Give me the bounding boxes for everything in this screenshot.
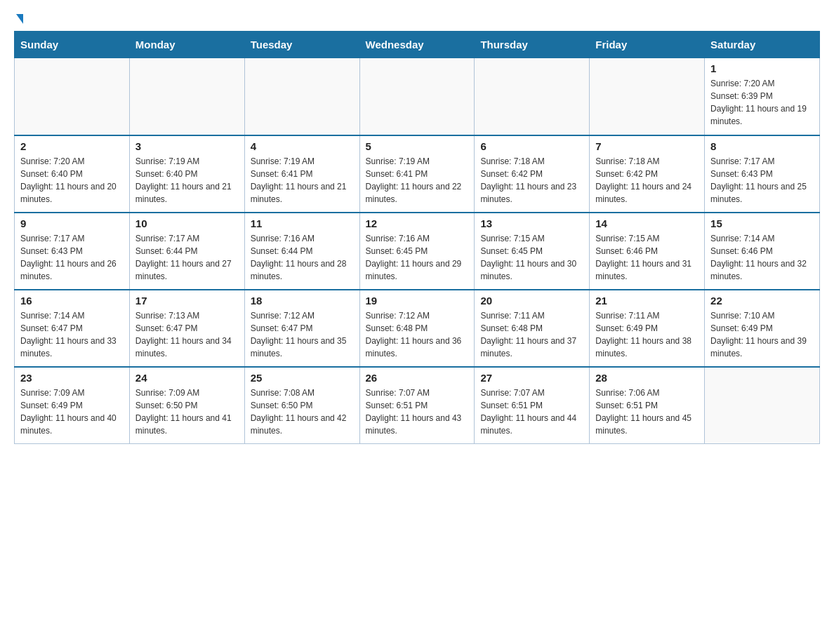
- day-of-week-header: Saturday: [705, 32, 820, 58]
- day-of-week-header: Thursday: [475, 32, 590, 58]
- day-number: 1: [710, 62, 814, 74]
- day-number: 27: [480, 372, 583, 384]
- calendar-day-cell: 4Sunrise: 7:19 AM Sunset: 6:41 PM Daylig…: [244, 135, 359, 213]
- calendar-week-row: 2Sunrise: 7:20 AM Sunset: 6:40 PM Daylig…: [15, 135, 820, 213]
- day-number: 10: [135, 217, 239, 229]
- calendar-day-cell: 17Sunrise: 7:13 AM Sunset: 6:47 PM Dayli…: [129, 290, 244, 367]
- calendar-day-cell: 11Sunrise: 7:16 AM Sunset: 6:44 PM Dayli…: [244, 213, 359, 290]
- day-info: Sunrise: 7:19 AM Sunset: 6:41 PM Dayligh…: [251, 155, 354, 206]
- day-number: 6: [480, 140, 583, 152]
- calendar-day-cell: 25Sunrise: 7:08 AM Sunset: 6:50 PM Dayli…: [244, 367, 359, 444]
- calendar-day-cell: 19Sunrise: 7:12 AM Sunset: 6:48 PM Dayli…: [359, 290, 475, 367]
- calendar-day-cell: 12Sunrise: 7:16 AM Sunset: 6:45 PM Dayli…: [359, 213, 475, 290]
- calendar-day-cell: 14Sunrise: 7:15 AM Sunset: 6:46 PM Dayli…: [590, 213, 705, 290]
- day-of-week-header: Monday: [129, 32, 244, 58]
- day-number: 3: [135, 140, 239, 152]
- calendar-day-cell: 18Sunrise: 7:12 AM Sunset: 6:47 PM Dayli…: [244, 290, 359, 367]
- day-number: 4: [251, 140, 354, 152]
- day-info: Sunrise: 7:18 AM Sunset: 6:42 PM Dayligh…: [595, 155, 699, 206]
- day-number: 8: [710, 140, 814, 152]
- day-number: 11: [251, 217, 354, 229]
- calendar-day-cell: 16Sunrise: 7:14 AM Sunset: 6:47 PM Dayli…: [15, 290, 130, 367]
- day-number: 20: [480, 295, 583, 307]
- day-info: Sunrise: 7:15 AM Sunset: 6:45 PM Dayligh…: [480, 232, 583, 283]
- calendar-day-cell: 6Sunrise: 7:18 AM Sunset: 6:42 PM Daylig…: [475, 135, 590, 213]
- calendar-day-cell: 1Sunrise: 7:20 AM Sunset: 6:39 PM Daylig…: [705, 58, 820, 135]
- day-number: 17: [135, 295, 239, 307]
- day-info: Sunrise: 7:16 AM Sunset: 6:45 PM Dayligh…: [366, 232, 469, 283]
- day-info: Sunrise: 7:15 AM Sunset: 6:46 PM Dayligh…: [595, 232, 699, 283]
- logo: [14, 14, 23, 24]
- day-info: Sunrise: 7:14 AM Sunset: 6:46 PM Dayligh…: [710, 232, 814, 283]
- calendar-header-row: SundayMondayTuesdayWednesdayThursdayFrid…: [15, 32, 820, 58]
- page-header: [14, 14, 820, 24]
- day-info: Sunrise: 7:20 AM Sunset: 6:39 PM Dayligh…: [710, 77, 814, 128]
- calendar-day-cell: 13Sunrise: 7:15 AM Sunset: 6:45 PM Dayli…: [475, 213, 590, 290]
- day-info: Sunrise: 7:14 AM Sunset: 6:47 PM Dayligh…: [20, 309, 124, 360]
- calendar-day-cell: [359, 58, 475, 135]
- day-info: Sunrise: 7:08 AM Sunset: 6:50 PM Dayligh…: [251, 387, 354, 437]
- calendar-week-row: 23Sunrise: 7:09 AM Sunset: 6:49 PM Dayli…: [15, 367, 820, 444]
- day-number: 16: [20, 295, 124, 307]
- calendar-day-cell: [475, 58, 590, 135]
- day-number: 24: [135, 372, 239, 384]
- day-info: Sunrise: 7:16 AM Sunset: 6:44 PM Dayligh…: [251, 232, 354, 283]
- day-of-week-header: Wednesday: [359, 32, 475, 58]
- day-of-week-header: Tuesday: [244, 32, 359, 58]
- day-number: 23: [20, 372, 124, 384]
- day-info: Sunrise: 7:09 AM Sunset: 6:50 PM Dayligh…: [135, 387, 239, 437]
- day-info: Sunrise: 7:06 AM Sunset: 6:51 PM Dayligh…: [595, 387, 699, 437]
- day-number: 5: [366, 140, 469, 152]
- calendar-week-row: 16Sunrise: 7:14 AM Sunset: 6:47 PM Dayli…: [15, 290, 820, 367]
- day-info: Sunrise: 7:07 AM Sunset: 6:51 PM Dayligh…: [480, 387, 583, 437]
- day-number: 14: [595, 217, 699, 229]
- day-number: 25: [251, 372, 354, 384]
- calendar-table: SundayMondayTuesdayWednesdayThursdayFrid…: [14, 31, 820, 444]
- calendar-day-cell: [590, 58, 705, 135]
- day-of-week-header: Sunday: [15, 32, 130, 58]
- day-number: 18: [251, 295, 354, 307]
- logo-arrow-icon: [16, 14, 23, 24]
- calendar-day-cell: 7Sunrise: 7:18 AM Sunset: 6:42 PM Daylig…: [590, 135, 705, 213]
- day-info: Sunrise: 7:18 AM Sunset: 6:42 PM Dayligh…: [480, 155, 583, 206]
- calendar-day-cell: 27Sunrise: 7:07 AM Sunset: 6:51 PM Dayli…: [475, 367, 590, 444]
- day-info: Sunrise: 7:12 AM Sunset: 6:47 PM Dayligh…: [251, 309, 354, 360]
- day-info: Sunrise: 7:07 AM Sunset: 6:51 PM Dayligh…: [366, 387, 469, 437]
- calendar-day-cell: 23Sunrise: 7:09 AM Sunset: 6:49 PM Dayli…: [15, 367, 130, 444]
- day-number: 12: [366, 217, 469, 229]
- day-number: 28: [595, 372, 699, 384]
- calendar-day-cell: [705, 367, 820, 444]
- calendar-day-cell: 9Sunrise: 7:17 AM Sunset: 6:43 PM Daylig…: [15, 213, 130, 290]
- day-number: 9: [20, 217, 124, 229]
- calendar-day-cell: [15, 58, 130, 135]
- day-info: Sunrise: 7:17 AM Sunset: 6:44 PM Dayligh…: [135, 232, 239, 283]
- day-info: Sunrise: 7:11 AM Sunset: 6:49 PM Dayligh…: [595, 309, 699, 360]
- calendar-week-row: 1Sunrise: 7:20 AM Sunset: 6:39 PM Daylig…: [15, 58, 820, 135]
- day-number: 22: [710, 295, 814, 307]
- day-number: 2: [20, 140, 124, 152]
- calendar-day-cell: 22Sunrise: 7:10 AM Sunset: 6:49 PM Dayli…: [705, 290, 820, 367]
- calendar-week-row: 9Sunrise: 7:17 AM Sunset: 6:43 PM Daylig…: [15, 213, 820, 290]
- day-number: 13: [480, 217, 583, 229]
- calendar-day-cell: 5Sunrise: 7:19 AM Sunset: 6:41 PM Daylig…: [359, 135, 475, 213]
- day-info: Sunrise: 7:17 AM Sunset: 6:43 PM Dayligh…: [710, 155, 814, 206]
- calendar-day-cell: 3Sunrise: 7:19 AM Sunset: 6:40 PM Daylig…: [129, 135, 244, 213]
- day-number: 7: [595, 140, 699, 152]
- calendar-day-cell: [129, 58, 244, 135]
- day-info: Sunrise: 7:19 AM Sunset: 6:40 PM Dayligh…: [135, 155, 239, 206]
- day-info: Sunrise: 7:13 AM Sunset: 6:47 PM Dayligh…: [135, 309, 239, 360]
- calendar-day-cell: 20Sunrise: 7:11 AM Sunset: 6:48 PM Dayli…: [475, 290, 590, 367]
- calendar-day-cell: 28Sunrise: 7:06 AM Sunset: 6:51 PM Dayli…: [590, 367, 705, 444]
- calendar-day-cell: 15Sunrise: 7:14 AM Sunset: 6:46 PM Dayli…: [705, 213, 820, 290]
- day-number: 19: [366, 295, 469, 307]
- day-info: Sunrise: 7:20 AM Sunset: 6:40 PM Dayligh…: [20, 155, 124, 206]
- calendar-day-cell: 8Sunrise: 7:17 AM Sunset: 6:43 PM Daylig…: [705, 135, 820, 213]
- day-number: 15: [710, 217, 814, 229]
- day-info: Sunrise: 7:19 AM Sunset: 6:41 PM Dayligh…: [366, 155, 469, 206]
- day-info: Sunrise: 7:09 AM Sunset: 6:49 PM Dayligh…: [20, 387, 124, 437]
- day-info: Sunrise: 7:17 AM Sunset: 6:43 PM Dayligh…: [20, 232, 124, 283]
- day-info: Sunrise: 7:10 AM Sunset: 6:49 PM Dayligh…: [710, 309, 814, 360]
- calendar-day-cell: 21Sunrise: 7:11 AM Sunset: 6:49 PM Dayli…: [590, 290, 705, 367]
- calendar-day-cell: 10Sunrise: 7:17 AM Sunset: 6:44 PM Dayli…: [129, 213, 244, 290]
- calendar-day-cell: 26Sunrise: 7:07 AM Sunset: 6:51 PM Dayli…: [359, 367, 475, 444]
